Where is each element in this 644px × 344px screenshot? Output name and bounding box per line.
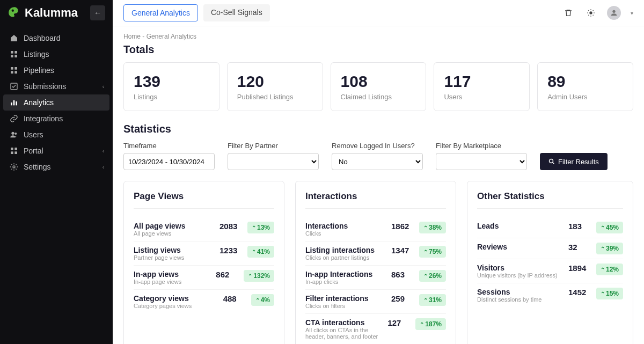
stat-title: In-app Interactions [305, 270, 387, 279]
stat-subtitle: Clicks on filters [305, 303, 387, 309]
svg-rect-10 [13, 100, 15, 105]
chameleon-icon [8, 6, 21, 20]
page-views-card: Page Views All page views All page views… [123, 181, 284, 344]
breadcrumb: Home - General Analytics [123, 33, 633, 40]
svg-rect-3 [14, 55, 17, 57]
sidebar-item-analytics[interactable]: Analytics [3, 94, 109, 111]
stat-subtitle: Distinct sessions by time [477, 296, 564, 303]
stat-percent-badge: ⌃187% [415, 318, 446, 330]
stat-row: In-app Interactions In-app clicks 863 ⌃2… [305, 266, 446, 290]
arrow-up-icon: ⌃ [252, 225, 256, 231]
sidebar-item-portal[interactable]: Portal‹ [3, 143, 109, 159]
sidebar-item-label: Pipelines [24, 66, 54, 75]
stat-title: Interactions [305, 222, 387, 230]
other-stats-card: Other Statistics Leads 183 ⌃45% Reviews … [467, 181, 633, 344]
svg-rect-16 [11, 151, 13, 154]
stat-row: In-app views In-app page views 862 ⌃132% [134, 266, 274, 290]
bars-icon [10, 98, 18, 107]
arrow-up-icon: ⌃ [601, 225, 605, 231]
stat-value: 127 [387, 318, 411, 327]
grid-icon [10, 50, 18, 58]
sidebar-item-dashboard[interactable]: Dashboard [3, 30, 109, 46]
total-card-users: 117Users [434, 62, 530, 111]
stat-subtitle: All page views [134, 230, 215, 237]
remove-users-select[interactable]: No [332, 153, 423, 170]
stat-percent-badge: ⌃75% [419, 246, 446, 258]
top-tabs: General AnalyticsCo-Sell Signals [123, 4, 270, 21]
theme-toggle-icon[interactable] [584, 6, 597, 19]
avatar-caret-icon[interactable]: ▾ [631, 10, 633, 16]
stat-value: 32 [568, 243, 592, 252]
brand-logo: Kalumma [8, 6, 78, 20]
stat-percent-badge: ⌃39% [596, 243, 623, 254]
sidebar-item-label: Users [24, 130, 43, 139]
sidebar-collapse-button[interactable]: ← [90, 5, 105, 20]
grid-icon [10, 66, 18, 75]
sidebar-item-label: Submissions [24, 82, 66, 91]
stat-subtitle: Clicks on partner listings [305, 254, 387, 261]
sidebar-item-users[interactable]: Users [3, 127, 109, 143]
svg-rect-6 [11, 71, 13, 74]
partner-select[interactable] [228, 153, 319, 170]
total-label: Listings [134, 93, 209, 101]
stat-row: Leads 183 ⌃45% [477, 217, 623, 238]
gear-icon [10, 163, 18, 171]
chevron-left-icon: ‹ [103, 84, 104, 90]
users-icon [10, 130, 18, 139]
stat-subtitle: All clicks on CTAs in the header, banner… [305, 327, 383, 340]
link-icon [10, 114, 18, 123]
sidebar-item-label: Portal [24, 147, 43, 155]
partner-label: Filter By Partner [228, 142, 319, 150]
total-card-listings: 139Listings [123, 62, 219, 111]
total-value: 108 [341, 72, 416, 91]
sidebar-item-integrations[interactable]: Integrations [3, 111, 109, 127]
marketplace-select[interactable] [436, 153, 527, 170]
search-icon [548, 158, 555, 165]
grid-icon [10, 147, 18, 155]
svg-point-13 [14, 133, 17, 135]
stat-subtitle: In-app clicks [305, 279, 387, 285]
trash-icon[interactable] [562, 6, 575, 19]
stat-row: Visitors Unique visitors (by IP address)… [477, 259, 623, 283]
breadcrumb-current: General Analytics [147, 33, 196, 40]
arrow-up-icon: ⌃ [255, 297, 260, 303]
arrow-up-icon: ⌃ [601, 267, 605, 273]
svg-rect-4 [11, 67, 13, 70]
breadcrumb-home[interactable]: Home [123, 33, 141, 40]
sidebar-item-settings[interactable]: Settings‹ [3, 159, 109, 175]
stat-subtitle: In-app page views [134, 279, 211, 285]
interactions-card: Interactions Interactions Clicks 1862 ⌃3… [295, 181, 456, 344]
tab-general-analytics[interactable]: General Analytics [123, 4, 198, 21]
stat-percent-badge: ⌃31% [419, 294, 446, 306]
total-value: 117 [444, 72, 519, 91]
svg-rect-2 [11, 55, 13, 57]
total-card-published-listings: 120Published Listings [227, 62, 323, 111]
stat-title: Category views [134, 294, 219, 303]
timeframe-label: Timeframe [123, 142, 215, 150]
sidebar-item-pipelines[interactable]: Pipelines [3, 62, 109, 78]
tab-co-sell-signals[interactable]: Co-Sell Signals [203, 4, 270, 21]
user-avatar[interactable] [607, 6, 621, 20]
svg-point-28 [612, 10, 615, 13]
svg-line-25 [593, 15, 594, 16]
sidebar-item-listings[interactable]: Listings [3, 46, 109, 62]
page-views-title: Page Views [134, 191, 274, 209]
total-label: Published Listings [237, 93, 313, 101]
stat-percent-badge: ⌃15% [596, 288, 623, 299]
filter-results-button[interactable]: Filter Results [540, 153, 608, 170]
stat-row: Interactions Clicks 1862 ⌃38% [305, 217, 446, 241]
stat-title: In-app views [134, 270, 211, 279]
stat-title: All page views [134, 222, 215, 230]
stat-row: Category views Category pages views 488 … [134, 290, 274, 313]
total-label: Admin Users [547, 93, 623, 101]
stat-value: 1452 [568, 288, 592, 297]
timeframe-input[interactable] [123, 153, 215, 170]
main-content: General AnalyticsCo-Sell Signals ▾ Home … [113, 0, 644, 344]
svg-line-26 [588, 15, 589, 16]
stat-subtitle: Unique visitors (by IP address) [477, 272, 564, 279]
arrow-up-icon: ⌃ [423, 249, 428, 255]
stat-value: 1233 [219, 246, 243, 255]
arrow-up-icon: ⌃ [420, 321, 424, 327]
stat-row: All page views All page views 2083 ⌃13% [134, 217, 274, 241]
sidebar-item-submissions[interactable]: Submissions‹ [3, 78, 109, 94]
